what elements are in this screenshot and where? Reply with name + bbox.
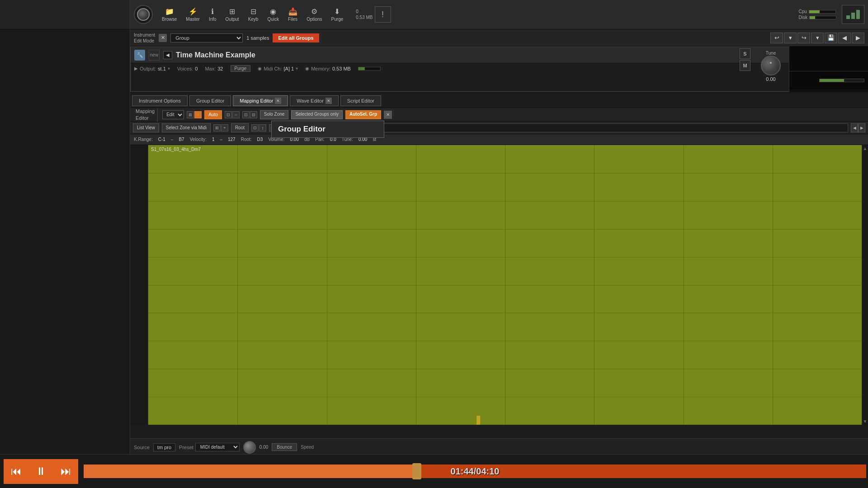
master-icon: ⚡	[189, 7, 198, 16]
solo-zone-button[interactable]: Solo Zone	[260, 110, 289, 119]
sample-next[interactable]: ▶	[858, 123, 865, 132]
redo-button[interactable]: ↪	[797, 33, 810, 43]
krange-to: B7	[179, 137, 184, 142]
autosel-close[interactable]: ✕	[384, 111, 392, 119]
root-value: D3	[257, 137, 263, 142]
voices-label: Voices:	[177, 66, 193, 71]
skip-back-button[interactable]: ⏮	[4, 459, 28, 484]
sample-prev[interactable]: ◀	[851, 123, 858, 132]
auto-button[interactable]: Auto	[204, 110, 222, 119]
purge-icon: ⬇	[334, 7, 340, 16]
zone-row2-icon3[interactable]: ⊡	[251, 124, 259, 131]
inst-prev[interactable]: ◀	[163, 51, 172, 59]
scroll-down[interactable]: ▼	[863, 419, 868, 424]
purge-button[interactable]: Purge	[231, 65, 251, 72]
voices-param: Voices: 0	[177, 66, 198, 71]
undo-button[interactable]: ↩	[770, 33, 783, 43]
new-badge[interactable]: new	[149, 50, 160, 61]
krange-label: K.Range:	[134, 137, 153, 142]
purge-button[interactable]: ⬇ Purge	[328, 5, 347, 23]
pause-button[interactable]: ⏸	[28, 459, 53, 484]
progress-bar[interactable]: 01:44/04:10	[84, 465, 866, 478]
selected-groups-button[interactable]: Selected Groups only	[291, 110, 343, 119]
midi-label: Midi Ch:	[264, 66, 282, 71]
info-button[interactable]: ℹ Info	[205, 5, 220, 23]
grid-main[interactable]: S1_07s16_03_4hs_Dm7	[148, 145, 862, 425]
progress-thumb[interactable]	[412, 463, 421, 479]
piano-roll-left	[130, 145, 148, 425]
tab-wave-editor[interactable]: Wave Editor ✕	[290, 95, 339, 106]
zone-icon-2[interactable]: ↔	[194, 111, 202, 118]
master-button[interactable]: ⚡ Master	[182, 5, 203, 23]
tab-mapping-editor[interactable]: Mapping Editor ✕	[233, 95, 288, 106]
zone-icon-4[interactable]: ↔	[232, 111, 240, 118]
group-selector[interactable]: Group	[170, 33, 243, 42]
undo-extra[interactable]: ▾	[784, 33, 797, 43]
transport-buttons: ⏮ ⏸ ⏭	[0, 459, 82, 484]
solo-button[interactable]: S	[740, 48, 750, 59]
zone-row2-icon1[interactable]: ⊞	[213, 124, 221, 131]
select-zone-midi-button[interactable]: Select Zone via Midi	[162, 123, 211, 132]
mapping-editor-title: Mapping Editor	[133, 108, 158, 122]
source-knob[interactable]	[243, 441, 256, 454]
output-label: Output:	[140, 66, 156, 71]
browse-button[interactable]: 📁 Browse	[158, 5, 180, 23]
tune-knob[interactable]	[761, 56, 781, 75]
tab-instrument-options[interactable]: Instrument Options	[132, 95, 188, 106]
list-view-button[interactable]: List View	[133, 123, 159, 132]
files-button[interactable]: 📥 Files	[284, 5, 301, 23]
output-icon: ⊞	[229, 7, 235, 16]
keyb-icon: ⊟	[250, 7, 256, 16]
tab-script-editor[interactable]: Script Editor	[340, 95, 381, 106]
zone-icon-3[interactable]: ⊡	[225, 111, 232, 118]
skip-forward-button[interactable]: ⏭	[53, 459, 78, 484]
zone-row2-icon4[interactable]: ↕	[259, 124, 266, 131]
nav-prev[interactable]: ◀	[838, 33, 851, 43]
counter-display: 0 0.53 MB	[356, 9, 373, 20]
zone-icon-5[interactable]: ⊡	[242, 111, 250, 118]
edit-mode-close[interactable]: ✕	[159, 34, 167, 42]
redo-extra[interactable]: ▾	[811, 33, 824, 43]
output-label: Output	[226, 17, 239, 22]
nav-next[interactable]: ▶	[852, 33, 864, 43]
mapping-toolbar-1: Mapping Editor Edit ⊞ ↔ Auto ⊡ ↔ ⊡ ⊟ Sol…	[130, 108, 868, 122]
autosel-group-button[interactable]: AutoSel. Grp	[345, 110, 381, 119]
scroll-up[interactable]: ▲	[863, 146, 868, 151]
root-button[interactable]: Root	[231, 123, 249, 132]
tune-area: Tune 0.00	[753, 49, 789, 84]
save-button[interactable]: 💾	[825, 33, 837, 43]
max-value: 32	[217, 66, 223, 71]
keyb-button[interactable]: ⊟ Keyb	[245, 5, 262, 23]
view-button[interactable]	[842, 5, 864, 24]
wave-editor-close[interactable]: ✕	[326, 98, 332, 104]
mute-button[interactable]: M	[740, 60, 750, 71]
disk-label: Disk	[799, 15, 807, 20]
preset-select[interactable]: MIDI default	[195, 443, 240, 451]
zone-row2-icon2[interactable]: +	[221, 124, 228, 131]
output-button[interactable]: ⊞ Output	[222, 5, 243, 23]
zone-icon-group2: ⊡ ↔	[225, 111, 240, 118]
zone-icon-1[interactable]: ⊞	[187, 111, 194, 118]
edit-mode-label: Instrument Edit Mode	[134, 32, 155, 44]
edit-all-groups-button[interactable]: Edit all Groups	[273, 33, 319, 42]
scroll-right[interactable]: ▲ ▼	[862, 145, 868, 425]
zone-icon-6[interactable]: ⊟	[250, 111, 257, 118]
edit-dropdown[interactable]: Edit	[162, 110, 184, 119]
quick-button[interactable]: ◉ Quick	[264, 5, 283, 23]
bounce-button[interactable]: Bounce	[272, 443, 297, 451]
key-range-bar: K.Range: C-1 – B7 Velocity: 1 – 127 Root…	[130, 134, 868, 145]
mapping-editor-area: Mapping Editor Edit ⊞ ↔ Auto ⊡ ↔ ⊡ ⊟ Sol…	[130, 108, 868, 438]
mapping-editor-close[interactable]: ✕	[275, 98, 281, 104]
tab-group-editor[interactable]: Group Editor	[189, 95, 231, 106]
app-logo[interactable]	[134, 5, 153, 24]
velocity-label: Velocity:	[190, 137, 207, 142]
grid-container: S1_07s16_03_4hs_Dm7 ▲ ▼	[130, 145, 868, 425]
krange-dash: –	[171, 137, 174, 142]
root-marker	[476, 416, 480, 425]
left-sidebar	[0, 0, 130, 488]
top-toolbar: 📁 Browse ⚡ Master ℹ Info ⊞ Output ⊟ Keyb…	[130, 0, 868, 29]
options-button[interactable]: ⚙ Options	[303, 5, 326, 23]
warn-button[interactable]: !	[375, 6, 391, 23]
max-label: Max:	[205, 66, 216, 71]
view-icon	[846, 10, 860, 19]
